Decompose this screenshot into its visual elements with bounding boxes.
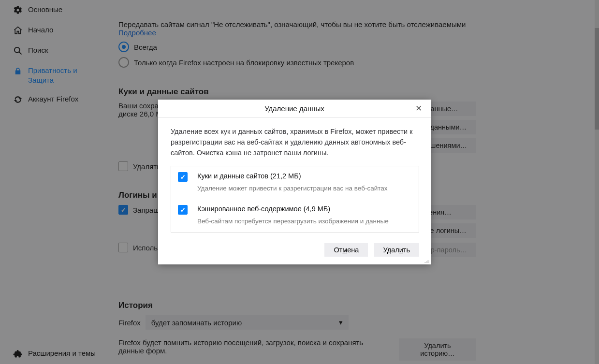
option-subtext: Веб-сайтам потребуется перезагрузить изо… <box>197 217 389 226</box>
option-label: Куки и данные сайтов (21,2 МБ) <box>197 171 387 182</box>
dialog-cancel-button[interactable]: Отмена <box>324 243 368 257</box>
dialog-title: Удаление данных <box>264 104 324 113</box>
clear-cookies-option[interactable]: Куки и данные сайтов (21,2 МБ) Удаление … <box>171 166 419 199</box>
checkbox-icon <box>178 205 188 215</box>
resize-grip-icon[interactable] <box>424 257 429 263</box>
checkbox-icon <box>178 172 188 182</box>
dialog-intro-text: Удаление всех кук и данных сайтов, храни… <box>171 127 419 158</box>
dialog-close-button[interactable]: ✕ <box>413 103 424 114</box>
close-icon: ✕ <box>415 104 422 113</box>
dialog-delete-button[interactable]: Удалить <box>374 243 419 257</box>
clear-cache-option[interactable]: Кэшированное веб-содержимое (4,9 МБ) Веб… <box>171 199 419 232</box>
option-subtext: Удаление может привести к разрегистрации… <box>197 184 387 193</box>
option-label: Кэшированное веб-содержимое (4,9 МБ) <box>197 204 389 215</box>
clear-data-dialog: Удаление данных ✕ Удаление всех кук и да… <box>158 100 431 264</box>
